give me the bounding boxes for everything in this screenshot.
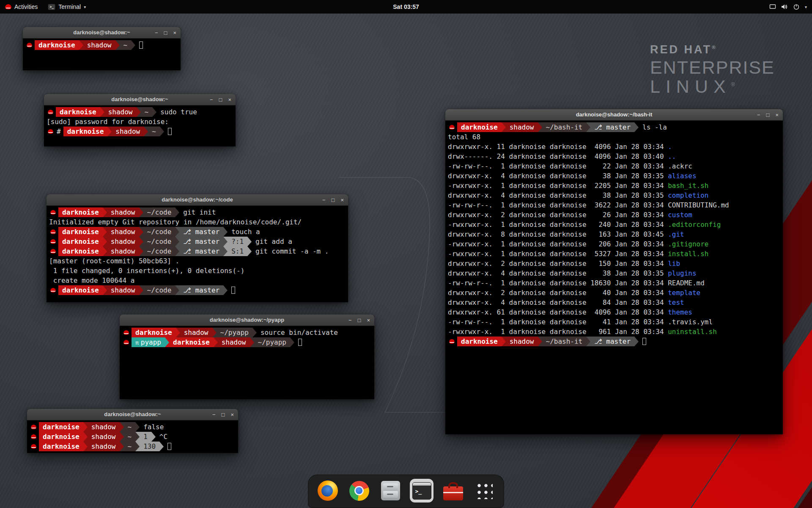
- titlebar[interactable]: darknoise@shadow:~/bash-it − □ ×: [445, 109, 783, 121]
- system-status-area[interactable]: ▾: [765, 0, 811, 14]
- redhat-prompt-icon: [123, 340, 129, 345]
- titlebar[interactable]: darknoise@shadow:~/code − □ ×: [47, 194, 348, 206]
- terminal-line: darknoiseshadow~false: [30, 422, 236, 432]
- powerline-arrow: [107, 127, 112, 136]
- terminal-content[interactable]: darknoiseshadow~/pyappsource bin/activat…: [120, 326, 374, 399]
- prompt-segment-path: ~: [124, 432, 136, 442]
- window-title: darknoise@shadow:~/pyapp: [210, 317, 284, 323]
- file-meta: -rw-rw-r--. 1 darknoise darknoise 41 Jan…: [448, 317, 668, 327]
- terminal-line: drwxrwxr-x. 2 darknoise darknoise 40 Jan…: [448, 288, 780, 298]
- file-name: .editorconfig: [668, 220, 721, 229]
- git-branch-icon: ⎇: [594, 337, 606, 345]
- close-button[interactable]: ×: [230, 412, 234, 417]
- brand-linux: LINUX®: [650, 76, 775, 97]
- git-branch-icon: ⎇: [183, 237, 195, 246]
- minimize-button[interactable]: −: [322, 197, 326, 203]
- dock-files-icon[interactable]: [379, 479, 402, 502]
- minimize-button[interactable]: −: [757, 112, 760, 118]
- close-button[interactable]: ×: [228, 97, 231, 102]
- terminal-line: darknoiseshadow~/bash-it⎇ masterls -la: [448, 122, 780, 132]
- dock-terminal-icon[interactable]: >_: [410, 479, 433, 502]
- terminal-content[interactable]: darknoiseshadow~/codegit initInitialized…: [47, 206, 348, 302]
- maximize-button[interactable]: □: [164, 30, 167, 36]
- close-button[interactable]: ×: [340, 197, 344, 203]
- dock: >_: [308, 475, 504, 508]
- dock-firefox-icon[interactable]: [316, 479, 340, 502]
- terminal-output: [master (root-commit) 50bcb63] .: [49, 256, 179, 266]
- prompt-segment-host: shadow: [107, 207, 139, 217]
- git-branch-icon: ⎇: [594, 123, 606, 131]
- minimize-button[interactable]: −: [212, 412, 216, 417]
- volume-icon: [781, 3, 788, 10]
- file-meta: drwxrwxr-x. 11 darknoise darknoise 4096 …: [448, 142, 668, 152]
- terminal-app-icon: >_: [48, 4, 55, 10]
- chevron-down-icon: ▾: [84, 5, 86, 9]
- terminal-content[interactable]: darknoiseshadow~sudo true[sudo] password…: [44, 105, 236, 146]
- terminal-content[interactable]: darknoiseshadow~: [23, 39, 181, 70]
- close-button[interactable]: ×: [173, 30, 176, 36]
- terminal-output: 1 file changed, 0 insertions(+), 0 delet…: [49, 266, 244, 276]
- typed-command: false: [140, 422, 164, 432]
- prompt-segment-host: shadow: [107, 285, 139, 295]
- powerline-arrow: [159, 442, 164, 451]
- powerline-arrow: [151, 432, 156, 442]
- terminal-output: create mode 100644 a: [49, 276, 134, 285]
- terminal-line: darknoiseshadow~/bash-it⎇ master: [448, 337, 780, 346]
- app-menu-label: Terminal: [58, 3, 81, 10]
- file-meta: -rwxrwxr-x. 1 darknoise darknoise 5327 J…: [448, 249, 668, 259]
- activities-label: Activities: [14, 3, 38, 10]
- powerline-arrow: [214, 337, 218, 347]
- clock[interactable]: Sat 03:57: [393, 3, 419, 10]
- titlebar[interactable]: darknoise@shadow:~ − □ ×: [27, 409, 238, 420]
- dock-toolbox-icon[interactable]: [441, 479, 465, 502]
- powerline-arrow: [103, 227, 107, 237]
- terminal-window-sudo: darknoise@shadow:~ − □ × darknoiseshadow…: [44, 94, 236, 146]
- file-meta: -rw-rw-r--. 1 darknoise darknoise 3622 J…: [448, 200, 668, 210]
- dock-appgrid-icon[interactable]: [472, 479, 496, 502]
- terminal-content[interactable]: darknoiseshadow~/bash-it⎇ masterls -lato…: [445, 121, 783, 434]
- root-hash: #: [56, 127, 63, 136]
- powerline-arrow: [252, 328, 257, 337]
- close-button[interactable]: ×: [367, 318, 370, 323]
- file-name: completion: [668, 190, 708, 200]
- display-icon: [769, 3, 776, 10]
- file-meta: drwx------. 24 darknoise darknoise 4096 …: [448, 152, 668, 161]
- titlebar[interactable]: darknoise@shadow:~ − □ ×: [23, 27, 181, 39]
- maximize-button[interactable]: □: [358, 318, 361, 323]
- terminal-line: darknoiseshadow~130: [30, 442, 236, 451]
- maximize-button[interactable]: □: [766, 112, 770, 118]
- file-name: .gitignore: [668, 239, 708, 249]
- prompt-segment-path: ~: [124, 422, 136, 432]
- file-name: CONTRIBUTING.md: [668, 200, 729, 210]
- minimize-button[interactable]: −: [155, 30, 158, 36]
- prompt-segment-host: shadow: [88, 422, 120, 432]
- minimize-button[interactable]: −: [210, 97, 213, 102]
- maximize-button[interactable]: □: [219, 97, 222, 102]
- prompt-segment-user: darknoise: [132, 328, 176, 337]
- file-name: uninstall.sh: [668, 327, 717, 337]
- terminal-window-bash-it: darknoise@shadow:~/bash-it − □ × darknoi…: [445, 109, 783, 434]
- close-button[interactable]: ×: [775, 112, 779, 118]
- terminal-line: drwxrwxr-x. 8 darknoise darknoise 163 Ja…: [448, 229, 780, 239]
- powerline-arrow: [120, 422, 124, 432]
- activities-button[interactable]: Activities: [0, 0, 43, 14]
- terminal-line: drwx------. 24 darknoise darknoise 4096 …: [448, 152, 780, 161]
- titlebar[interactable]: darknoise@shadow:~/pyapp − □ ×: [120, 315, 374, 326]
- redhat-prompt-icon: [31, 434, 36, 439]
- powerline-arrow: [139, 246, 143, 256]
- terminal-cursor: [298, 339, 302, 346]
- terminal-line: drwxrwxr-x. 2 darknoise darknoise 26 Jan…: [448, 210, 780, 220]
- redhat-prompt-icon: [123, 330, 129, 335]
- app-menu-terminal[interactable]: >_ Terminal ▾: [43, 0, 91, 14]
- prompt-segment-path: ~/code: [143, 237, 176, 246]
- window-title: darknoise@shadow:~/code: [162, 196, 233, 203]
- dock-chrome-icon[interactable]: [347, 479, 371, 502]
- maximize-button[interactable]: □: [222, 412, 225, 417]
- redhat-prompt-icon: [449, 339, 455, 344]
- titlebar[interactable]: darknoise@shadow:~ − □ ×: [44, 94, 236, 105]
- minimize-button[interactable]: −: [348, 318, 352, 323]
- redhat-prompt-icon: [50, 210, 56, 215]
- powerline-arrow: [502, 122, 506, 132]
- maximize-button[interactable]: □: [332, 197, 335, 203]
- terminal-content[interactable]: darknoiseshadow~falsedarknoiseshadow~1^C…: [27, 420, 238, 453]
